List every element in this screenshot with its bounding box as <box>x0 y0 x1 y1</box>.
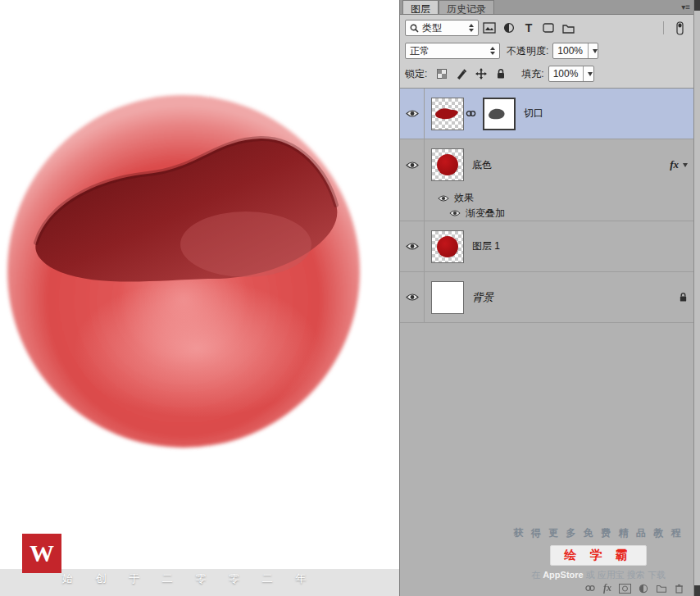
mask-link-icon[interactable] <box>466 108 476 120</box>
layer-name[interactable]: 底色 <box>472 158 492 172</box>
layer-name[interactable]: 切口 <box>524 107 543 121</box>
visibility-toggle[interactable] <box>400 221 425 271</box>
layer-style-icon[interactable]: fx <box>603 582 611 594</box>
fill-value: 100% <box>553 68 579 80</box>
eye-icon <box>449 209 461 217</box>
blend-mode-value: 正常 <box>410 44 430 58</box>
mask-thumbnail[interactable] <box>483 98 516 130</box>
panel-menu-icon[interactable]: ▾≡ <box>681 3 690 11</box>
tab-history[interactable]: 历史记录 <box>439 0 494 14</box>
link-layers-icon[interactable] <box>584 585 596 592</box>
background-lock-icon <box>679 292 688 303</box>
promo-overlay: 获 得 更 多 免 费 精 品 教 程 绘 学 霸 在 AppStore 或 应… <box>511 526 685 581</box>
layers-panel: 图层 历史记录 ▾≡ 类型 T <box>399 0 693 596</box>
layer-list: 切口 底色 fx 效果 <box>400 89 693 596</box>
layer-thumbnail[interactable] <box>431 230 464 263</box>
layer-row-layer1[interactable]: 图层 1 <box>400 221 693 272</box>
layer-panel-footer: fx <box>584 582 684 594</box>
fill-dropdown[interactable]: 100% <box>548 66 594 82</box>
dock-edge-top-cap <box>694 0 700 11</box>
panel-tab-bar: 图层 历史记录 ▾≡ <box>400 0 693 15</box>
visibility-toggle[interactable] <box>400 89 425 139</box>
effect-visibility-toggle[interactable] <box>449 209 461 217</box>
lock-row: 锁定: 填充: 100% <box>405 65 689 83</box>
filter-smart-objects-icon[interactable] <box>559 20 577 36</box>
dropdown-arrow-icon[interactable] <box>583 66 593 81</box>
updown-arrows-icon <box>484 47 495 55</box>
fill-label: 填充: <box>521 67 543 81</box>
photoshop-window: W 始 创 于 二 零 零 二 年 图层 历史记录 ▾≡ 类型 <box>0 0 700 596</box>
layer-filtering-toggle-icon[interactable] <box>670 20 689 36</box>
delete-layer-icon[interactable] <box>675 584 684 594</box>
tab-layers[interactable]: 图层 <box>402 0 439 14</box>
promo-line1: 获 得 更 多 免 费 精 品 教 程 <box>511 526 685 540</box>
filter-adjustment-layers-icon[interactable] <box>500 20 518 36</box>
effects-collapse-icon[interactable] <box>683 163 688 167</box>
red-circle-thumb <box>437 154 458 175</box>
opacity-value: 100% <box>557 45 583 57</box>
effect-gradient-overlay-row[interactable]: 渐变叠加 <box>400 206 693 221</box>
effects-header-label[interactable]: 效果 <box>454 191 474 205</box>
new-adjustment-icon[interactable] <box>639 584 648 594</box>
promo-line3: 在 AppStore 或 应用宝 搜索 下载 <box>511 569 685 581</box>
layer-filter-dropdown[interactable]: 类型 <box>405 20 479 36</box>
opacity-dropdown[interactable]: 100% <box>552 43 598 59</box>
eye-column <box>400 206 425 221</box>
eye-icon <box>406 293 419 302</box>
blend-row: 正常 不透明度: 100% <box>405 42 689 60</box>
dock-edge-bottom-cap <box>694 585 700 596</box>
eye-icon <box>406 161 419 170</box>
lock-transparency-icon[interactable] <box>433 66 451 82</box>
opacity-label: 不透明度: <box>507 44 548 58</box>
eye-icon <box>438 194 449 202</box>
dock-edge-strip[interactable] <box>693 0 700 596</box>
updown-arrows-icon <box>463 24 474 32</box>
canvas-area[interactable]: W 始 创 于 二 零 零 二 年 <box>0 0 399 596</box>
lock-label: 锁定: <box>405 67 427 81</box>
layer-name[interactable]: 背景 <box>472 290 493 305</box>
red-ball-artwork <box>0 0 399 596</box>
filter-row: 类型 T <box>405 19 689 37</box>
watermark-text: 始 创 于 二 零 零 二 年 <box>62 571 316 586</box>
lock-move-icon[interactable] <box>472 66 490 82</box>
layer-thumbnail[interactable] <box>431 148 464 181</box>
filter-type-layers-icon[interactable]: T <box>520 20 538 36</box>
layer-row-background[interactable]: 背景 <box>400 272 693 323</box>
eye-column <box>400 190 425 206</box>
blend-mode-dropdown[interactable]: 正常 <box>405 43 500 59</box>
layer-row-base-color[interactable]: 底色 fx <box>400 139 693 190</box>
layer-thumbnail[interactable] <box>431 98 464 130</box>
search-icon <box>410 24 419 33</box>
effect-label[interactable]: 渐变叠加 <box>466 207 505 221</box>
eye-icon <box>406 242 419 251</box>
new-group-icon[interactable] <box>656 584 667 593</box>
fx-badge[interactable]: fx <box>670 158 679 171</box>
layer-row-cut[interactable]: 切口 <box>400 89 693 139</box>
visibility-toggle[interactable] <box>400 272 425 322</box>
layer-thumbnail[interactable] <box>431 281 464 314</box>
filter-shape-layers-icon[interactable] <box>539 20 557 36</box>
visibility-toggle[interactable] <box>400 139 425 190</box>
layer-controls: 类型 T <box>400 15 693 89</box>
eye-icon <box>406 109 419 118</box>
filter-pixel-layers-icon[interactable] <box>480 20 498 36</box>
red-circle-thumb <box>437 236 458 257</box>
divider <box>663 21 664 34</box>
lock-all-icon[interactable] <box>492 66 510 82</box>
add-mask-icon[interactable] <box>619 584 631 594</box>
layer-name[interactable]: 图层 1 <box>472 239 500 253</box>
effects-header-row[interactable]: 效果 <box>400 190 693 206</box>
promo-brand: 绘 学 霸 <box>550 545 646 566</box>
dropdown-arrow-icon[interactable] <box>588 43 598 58</box>
effects-visibility-toggle[interactable] <box>438 194 449 202</box>
watermark-logo: W <box>22 534 61 573</box>
lock-paint-icon[interactable] <box>452 66 470 82</box>
layer-filter-value: 类型 <box>422 21 442 35</box>
